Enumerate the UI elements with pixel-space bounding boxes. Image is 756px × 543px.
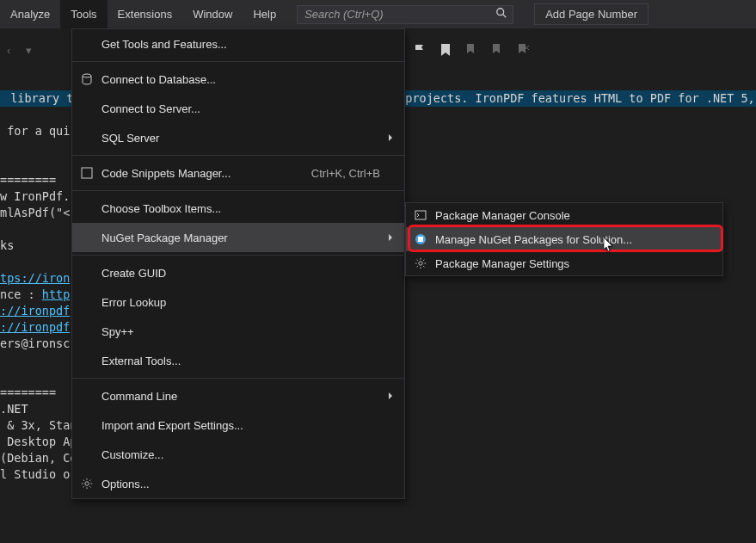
menu-command-line[interactable]: Command Line bbox=[72, 381, 404, 410]
console-icon bbox=[406, 209, 435, 221]
clear-bookmark-icon bbox=[516, 43, 530, 57]
nuget-submenu: Package Manager Console Manage NuGet Pac… bbox=[405, 202, 723, 276]
svg-line-1 bbox=[503, 15, 507, 18]
menu-connect-server[interactable]: Connect to Server... bbox=[72, 94, 404, 123]
flag-icon bbox=[413, 43, 427, 57]
package-icon bbox=[406, 233, 435, 245]
database-icon bbox=[72, 73, 101, 85]
prev-bookmark-icon bbox=[464, 43, 478, 57]
link-1[interactable]: tps://iron bbox=[0, 271, 70, 285]
menu-toolbox-items[interactable]: Choose Toolbox Items... bbox=[72, 194, 404, 223]
menu-get-tools[interactable]: Get Tools and Features... bbox=[72, 29, 404, 59]
link-2[interactable]: http bbox=[42, 287, 71, 301]
snippet-icon bbox=[72, 167, 101, 179]
svg-rect-5 bbox=[82, 168, 92, 178]
submenu-manage[interactable]: Manage NuGet Packages for Solution... bbox=[406, 227, 722, 251]
menu-nuget[interactable]: NuGet Package Manager bbox=[72, 223, 404, 252]
menu-help[interactable]: Help bbox=[243, 0, 286, 28]
menu-spy[interactable]: Spy++ bbox=[72, 317, 404, 346]
svg-rect-7 bbox=[415, 211, 426, 219]
submenu-settings[interactable]: Package Manager Settings bbox=[406, 251, 722, 275]
svg-point-4 bbox=[83, 74, 91, 77]
menu-sql-server[interactable]: SQL Server bbox=[72, 123, 404, 152]
link-4[interactable]: ://ironpdf bbox=[0, 320, 70, 334]
svg-rect-9 bbox=[418, 237, 423, 242]
menu-analyze[interactable]: Analyze bbox=[0, 0, 60, 28]
next-bookmark-icon bbox=[490, 43, 504, 57]
menu-bar: Analyze Tools Extensions Window Help Sea… bbox=[0, 0, 756, 28]
menu-connect-db[interactable]: Connect to Database... bbox=[72, 65, 404, 94]
menu-window[interactable]: Window bbox=[182, 0, 243, 28]
menu-import-export[interactable]: Import and Export Settings... bbox=[72, 410, 404, 440]
menu-create-guid[interactable]: Create GUID bbox=[72, 258, 404, 287]
svg-point-10 bbox=[419, 262, 422, 265]
menu-options[interactable]: Options... bbox=[72, 469, 404, 498]
tools-dropdown: Get Tools and Features... Connect to Dat… bbox=[71, 28, 405, 499]
menu-code-snippets[interactable]: Code Snippets Manager...Ctrl+K, Ctrl+B bbox=[72, 158, 404, 188]
add-page-number-button[interactable]: Add Page Number bbox=[534, 3, 648, 25]
gear-icon bbox=[406, 257, 435, 269]
menu-customize[interactable]: Customize... bbox=[72, 440, 404, 469]
menu-external-tools[interactable]: External Tools... bbox=[72, 346, 404, 375]
menu-error-lookup[interactable]: Error Lookup bbox=[72, 287, 404, 317]
menu-extensions[interactable]: Extensions bbox=[108, 0, 183, 28]
link-3[interactable]: ://ironpdf bbox=[0, 304, 70, 318]
bookmark-icon bbox=[439, 43, 452, 57]
svg-point-0 bbox=[497, 9, 504, 15]
search-placeholder: Search (Ctrl+Q) bbox=[304, 8, 383, 21]
menu-tools[interactable]: Tools bbox=[60, 0, 107, 28]
svg-point-6 bbox=[85, 482, 89, 485]
mouse-cursor bbox=[604, 238, 614, 253]
gear-icon bbox=[72, 478, 101, 490]
search-input[interactable]: Search (Ctrl+Q) bbox=[297, 5, 513, 24]
submenu-console[interactable]: Package Manager Console bbox=[406, 203, 722, 227]
search-icon bbox=[495, 7, 507, 22]
